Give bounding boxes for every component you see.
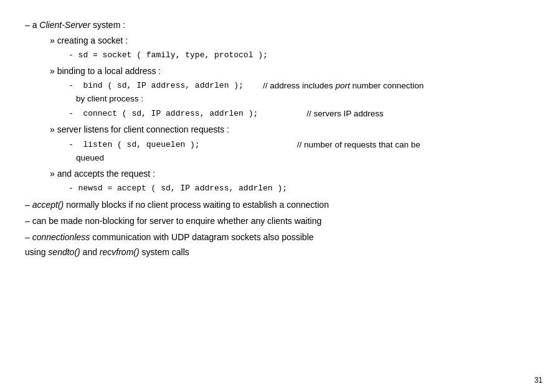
text-and: and xyxy=(80,247,100,257)
line-client-server: – a Client-Server system : xyxy=(25,19,530,32)
line-connect: - connect ( sd, IP address, addrlen ); /… xyxy=(25,108,530,121)
line-listen: - listen ( sd, queuelen ); // number of … xyxy=(25,139,530,152)
text-accept-italic: accept() xyxy=(32,200,64,210)
text-connectionless-rest: communication with UDP datagram sockets … xyxy=(90,232,313,242)
text-accept-rest: normally blocks if no client process wai… xyxy=(64,200,329,210)
text-server-listens: » server listens for client connection r… xyxy=(50,124,229,134)
text-queued: queued xyxy=(76,153,104,162)
text-dash-conn: – xyxy=(25,232,32,242)
text-dash-a: – a xyxy=(25,20,39,30)
line-bind: - bind ( sd, IP address, addrlen ); // a… xyxy=(25,80,530,93)
text-by-client: by client process : xyxy=(76,94,143,103)
text-client-server: Client-Server xyxy=(39,20,90,30)
text-connect-code: - connect ( sd, IP address, addrlen ); xyxy=(69,108,306,120)
line-queued: queued xyxy=(25,152,530,165)
text-and-accepts: » and accepts the request : xyxy=(50,169,155,179)
text-dash-accept: – xyxy=(25,200,32,210)
text-connect-comment: // servers IP address xyxy=(306,108,384,121)
text-newsd: - newsd = accept ( sd, IP address, addrl… xyxy=(69,184,287,193)
text-sendto-italic: sendto() xyxy=(48,247,80,257)
line-connectionless: – connectionless communication with UDP … xyxy=(25,231,530,245)
text-recvfrom-italic: recvfrom() xyxy=(100,247,140,257)
slide-container: – a Client-Server system : » creating a … xyxy=(0,0,555,392)
line-newsd: - newsd = accept ( sd, IP address, addrl… xyxy=(25,182,530,195)
line-sd-socket: - sd = socket ( family, type, protocol )… xyxy=(25,49,530,62)
line-binding: » binding to a local address : xyxy=(25,65,530,78)
line-server-listens: » server listens for client connection r… xyxy=(25,123,530,137)
line-accept-blocks: – accept() normally blocks if no client … xyxy=(25,198,530,212)
text-binding: » binding to a local address : xyxy=(50,66,161,76)
text-connectionless-italic: connectionless xyxy=(32,232,90,242)
text-non-blocking: – can be made non-blocking for server to… xyxy=(25,216,321,226)
page-number: 31 xyxy=(534,376,543,385)
text-listen-code: - listen ( sd, queuelen ); xyxy=(69,139,297,151)
text-creating-socket: » creating a socket : xyxy=(50,35,128,45)
text-using: using xyxy=(25,247,48,257)
line-and-accepts: » and accepts the request : xyxy=(25,167,530,181)
text-sd-socket: - sd = socket ( family, type, protocol )… xyxy=(69,50,268,60)
text-port-italic: port xyxy=(335,81,349,90)
line-by-client: by client process : xyxy=(25,93,530,106)
text-bind-comment: // address includes port number connecti… xyxy=(263,80,424,93)
line-creating-socket: » creating a socket : xyxy=(25,34,530,48)
text-listen-comment: // number of requests that can be xyxy=(297,139,420,152)
text-bind-code: - bind ( sd, IP address, addrlen ); xyxy=(69,80,263,92)
line-using: using sendto() and recvfrom() system cal… xyxy=(25,246,530,259)
text-system-calls: system calls xyxy=(140,247,189,257)
line-non-blocking: – can be made non-blocking for server to… xyxy=(25,215,530,228)
text-system: system : xyxy=(90,20,125,30)
content-area: – a Client-Server system : » creating a … xyxy=(25,19,530,259)
